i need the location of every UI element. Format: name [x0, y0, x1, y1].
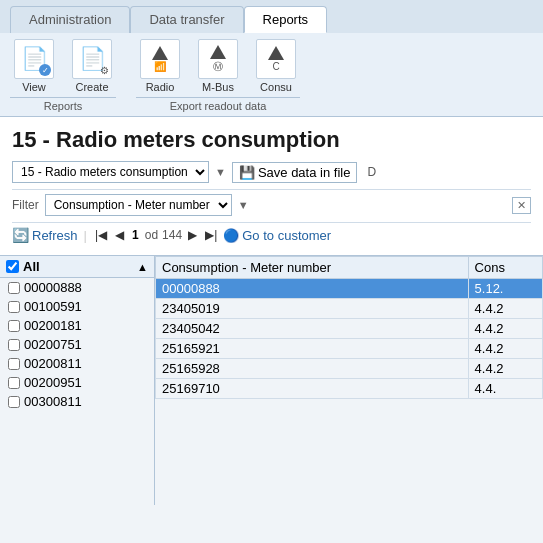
- col-cons[interactable]: Cons: [468, 257, 542, 279]
- filter-dropdown-arrow-icon: ▼: [238, 199, 249, 211]
- consu-arrow-up-icon: [268, 46, 284, 60]
- create-icon-box: 📄 ⚙: [72, 39, 112, 79]
- toolbar-area: 📄 ✓ View 📄 ⚙ Create Reports: [0, 33, 543, 117]
- cell-meter-0: 00000888: [156, 279, 469, 299]
- table-row[interactable]: 23405019 4.4.2: [156, 299, 543, 319]
- table-row[interactable]: 25169710 4.4.: [156, 379, 543, 399]
- refresh-label: Refresh: [32, 228, 78, 243]
- tab-data-transfer[interactable]: Data transfer: [130, 6, 243, 33]
- all-checkbox[interactable]: [6, 260, 19, 273]
- cell-meter-4: 25165928: [156, 359, 469, 379]
- item-checkbox-0[interactable]: [8, 282, 20, 294]
- refresh-button[interactable]: 🔄 Refresh: [12, 227, 78, 243]
- total-pages: 144: [162, 228, 182, 242]
- prev-page-button[interactable]: ◀: [113, 227, 126, 243]
- pagination-row: 🔄 Refresh | |◀ ◀ 1 od 144 ▶ ▶| 🔵 Go to c…: [12, 222, 531, 243]
- consu-icon-item[interactable]: C Consu: [252, 39, 300, 93]
- dropdown-arrow-icon: ▼: [215, 166, 226, 178]
- left-list: All ▲ 00000888 00100591 00200181 0020075…: [0, 256, 155, 505]
- mbus-icon-item[interactable]: Ⓜ M-Bus: [194, 39, 242, 93]
- item-checkbox-2[interactable]: [8, 320, 20, 332]
- view-icon-item[interactable]: 📄 ✓ View: [10, 39, 58, 93]
- separator-1: |: [84, 228, 87, 243]
- all-label: All: [23, 259, 40, 274]
- table-row[interactable]: 25165921 4.4.2: [156, 339, 543, 359]
- filter-label: Filter: [12, 198, 39, 212]
- item-label-3: 00200751: [24, 337, 82, 352]
- list-item[interactable]: 00200181: [0, 316, 154, 335]
- tab-reports[interactable]: Reports: [244, 6, 328, 33]
- cell-meter-3: 25165921: [156, 339, 469, 359]
- view-check-badge: ✓: [39, 64, 51, 76]
- first-page-button[interactable]: |◀: [93, 227, 109, 243]
- reports-icons: 📄 ✓ View 📄 ⚙ Create: [10, 39, 116, 93]
- tab-administration[interactable]: Administration: [10, 6, 130, 33]
- save-data-button[interactable]: 💾 Save data in file: [232, 162, 358, 183]
- reports-group-label: Reports: [10, 97, 116, 112]
- table-row[interactable]: 23405042 4.4.2: [156, 319, 543, 339]
- save-icon: 💾: [239, 165, 255, 180]
- go-to-customer-button[interactable]: 🔵 Go to customer: [223, 228, 331, 243]
- create-icon-item[interactable]: 📄 ⚙ Create: [68, 39, 116, 93]
- item-checkbox-5[interactable]: [8, 377, 20, 389]
- cell-cons-4: 4.4.2: [468, 359, 542, 379]
- item-label-5: 00200951: [24, 375, 82, 390]
- last-page-button[interactable]: ▶|: [203, 227, 219, 243]
- next-page-button[interactable]: ▶: [186, 227, 199, 243]
- cell-meter-2: 23405042: [156, 319, 469, 339]
- table-row[interactable]: 25165928 4.4.2: [156, 359, 543, 379]
- cell-meter-5: 25169710: [156, 379, 469, 399]
- item-checkbox-1[interactable]: [8, 301, 20, 313]
- mbus-label: M-Bus: [202, 81, 234, 93]
- list-item[interactable]: 00000888: [0, 278, 154, 297]
- list-header: All ▲: [0, 256, 154, 278]
- current-page: 1: [132, 228, 139, 242]
- list-item[interactable]: 00100591: [0, 297, 154, 316]
- table-area: All ▲ 00000888 00100591 00200181 0020075…: [0, 255, 543, 505]
- item-label-1: 00100591: [24, 299, 82, 314]
- top-tabs: Administration Data transfer Reports: [0, 0, 543, 33]
- report-dropdown[interactable]: 15 - Radio meters consumption: [12, 161, 209, 183]
- right-table: Consumption - Meter number Cons 00000888…: [155, 256, 543, 505]
- consu-icon-badge: C: [272, 61, 279, 72]
- list-scroll-icon: ▲: [137, 261, 148, 273]
- create-gear-badge: ⚙: [100, 65, 109, 76]
- cell-cons-5: 4.4.: [468, 379, 542, 399]
- item-label-6: 00300811: [24, 394, 82, 409]
- data-table: Consumption - Meter number Cons 00000888…: [155, 256, 543, 399]
- radio-icon-box: 📶: [140, 39, 180, 79]
- view-label: View: [22, 81, 46, 93]
- cell-cons-2: 4.4.2: [468, 319, 542, 339]
- export-toolbar-group: 📶 Radio Ⓜ M-Bus: [136, 39, 300, 112]
- list-item[interactable]: 00300811: [0, 392, 154, 411]
- mbus-arrow-up-icon: [210, 45, 226, 59]
- list-item[interactable]: 00200951: [0, 373, 154, 392]
- table-row[interactable]: 00000888 5.12.: [156, 279, 543, 299]
- consu-label: Consu: [260, 81, 292, 93]
- filter-row: Filter Consumption - Meter number ▼ ✕: [12, 189, 531, 216]
- col-meter-number[interactable]: Consumption - Meter number: [156, 257, 469, 279]
- list-item[interactable]: 00200751: [0, 335, 154, 354]
- list-item[interactable]: 00200811: [0, 354, 154, 373]
- item-checkbox-4[interactable]: [8, 358, 20, 370]
- item-checkbox-6[interactable]: [8, 396, 20, 408]
- create-label: Create: [75, 81, 108, 93]
- item-label-2: 00200181: [24, 318, 82, 333]
- cell-meter-1: 23405019: [156, 299, 469, 319]
- refresh-icon: 🔄: [12, 227, 29, 243]
- radio-label: Radio: [146, 81, 175, 93]
- radio-icon-item[interactable]: 📶 Radio: [136, 39, 184, 93]
- export-icons: 📶 Radio Ⓜ M-Bus: [136, 39, 300, 93]
- item-label-4: 00200811: [24, 356, 82, 371]
- filter-dropdown[interactable]: Consumption - Meter number: [45, 194, 232, 216]
- export-group-label: Export readout data: [136, 97, 300, 112]
- go-customer-icon: 🔵: [223, 228, 239, 243]
- mbus-m-icon: Ⓜ: [213, 60, 223, 74]
- item-checkbox-3[interactable]: [8, 339, 20, 351]
- view-icon-box: 📄 ✓: [14, 39, 54, 79]
- cell-cons-1: 4.4.2: [468, 299, 542, 319]
- cell-cons-3: 4.4.2: [468, 339, 542, 359]
- mbus-icon-box: Ⓜ: [198, 39, 238, 79]
- page-title: 15 - Radio meters consumption: [12, 127, 531, 153]
- filter-close-button[interactable]: ✕: [512, 197, 531, 214]
